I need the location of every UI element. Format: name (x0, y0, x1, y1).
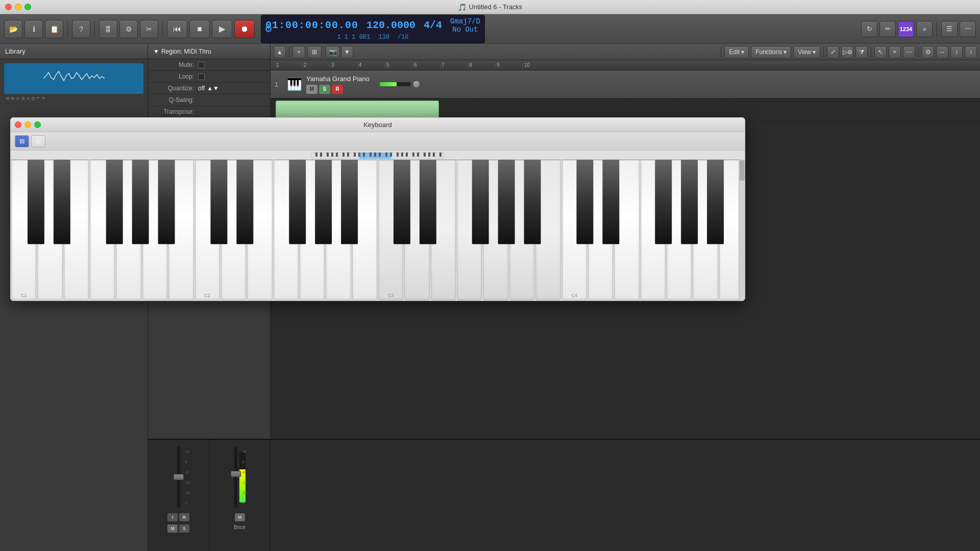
ruler-mark-3: 3 (330, 62, 357, 68)
svg-rect-47 (707, 160, 724, 244)
channel-mute-2[interactable]: M (235, 513, 245, 521)
settings-button[interactable]: ⚙ (119, 20, 138, 38)
inspector-mute-row: Mute: (148, 59, 270, 71)
more-button[interactable]: » (916, 21, 933, 37)
edit-menu-button[interactable]: Edit ▾ (724, 46, 749, 58)
transpose-label: Transpose: (153, 108, 194, 115)
functions-menu-button[interactable]: Functions ▾ (751, 46, 791, 58)
browser-button[interactable]: 📋 (45, 20, 63, 38)
mixer-channel-1: +6 0 -6 -12 -24 ∞ I R M S (148, 440, 209, 551)
view-menu-button[interactable]: View ▾ (793, 46, 820, 58)
pencil-button[interactable]: ✏ (879, 21, 896, 37)
tool-more[interactable]: ⋯ (903, 46, 915, 58)
title-bar: 🎵 Untitled 6 - Tracks (0, 0, 980, 14)
keyboard-minimize[interactable] (24, 121, 31, 128)
maximize-button[interactable] (24, 4, 31, 10)
zoom-out-v[interactable]: ↕ (965, 46, 977, 58)
add-tool[interactable]: + (889, 46, 901, 58)
cycle-button[interactable]: ↻ (861, 21, 877, 37)
inspector-loop-row: Loop: (148, 71, 270, 83)
record-button[interactable]: ⏺ (234, 20, 255, 38)
keyboard-close[interactable] (15, 121, 21, 128)
lcd-bpm-display: 120.0000 (366, 19, 415, 31)
channel-r-button[interactable]: R (179, 513, 189, 521)
pointer-tool[interactable]: ↖ (874, 46, 887, 58)
keyboard-maximize[interactable] (34, 121, 41, 128)
fader-handle-1[interactable] (174, 474, 184, 480)
volume-knob[interactable] (412, 80, 421, 88)
play-region-button[interactable]: ▷⊚ (841, 46, 853, 58)
help-button[interactable]: ? (72, 20, 90, 38)
mute-checkbox[interactable] (198, 62, 205, 68)
lcd-timesig-display: 4/4 (424, 19, 442, 31)
keyboard-view-btn-1[interactable]: ▤ (15, 135, 29, 147)
track-mute-button[interactable]: M (306, 85, 317, 94)
svg-rect-4 (327, 153, 329, 157)
keyboard-title: Keyboard (363, 121, 392, 129)
display-settings[interactable]: ⚙ (922, 46, 934, 58)
track-record-button[interactable]: R (332, 85, 343, 94)
svg-rect-11 (363, 153, 365, 157)
main-toolbar: 📂 ℹ 📋 ? 🎛 ⚙ ✂ ⏮ ■ ▶ ⏺ ⚙ 01:00:00:00.00 1… (0, 14, 980, 44)
channel-solo-1[interactable]: S (179, 524, 189, 533)
filter-button[interactable]: ⧩ (855, 46, 868, 58)
track-header: 1 🎹 Yamaha Grand Piano M S R (271, 70, 980, 98)
ruler-mark-5: 5 (385, 62, 412, 68)
lcd-time-display: 01:00:00:00.00 (265, 19, 358, 31)
quantize-dropdown[interactable]: off ▲▼ (198, 85, 219, 92)
c4-label: C4 (571, 293, 577, 298)
keyboard-scrollbar[interactable] (739, 160, 745, 300)
svg-rect-19 (406, 153, 408, 157)
smart-controls-button[interactable]: 1234 (898, 21, 914, 37)
zoom-out-h[interactable]: ↔ (936, 46, 948, 58)
rewind-button[interactable]: ⏮ (167, 20, 187, 38)
camera-button[interactable]: 📷 (326, 46, 340, 58)
svg-rect-32 (158, 160, 175, 244)
waveform-button[interactable]: 〰 (960, 21, 976, 37)
keyboard-scrollbar-thumb[interactable] (740, 160, 745, 181)
list-view-button[interactable]: ☰ (941, 21, 958, 37)
play-button[interactable]: ▶ (212, 20, 232, 38)
resize-button[interactable]: ⤢ (827, 46, 839, 58)
keyboard-view-btn-2[interactable]: ▦ (31, 135, 45, 147)
loop-label: Loop: (153, 73, 194, 80)
instrument-thumbnail[interactable] (4, 63, 143, 94)
zoom-in-v[interactable]: ↕ (950, 46, 963, 58)
loop-checkbox[interactable] (198, 73, 205, 80)
mixer-button[interactable]: 🎛 (99, 20, 117, 38)
ruler-mark-8: 8 (468, 62, 495, 68)
c3-label: C3 (388, 293, 394, 298)
open-file-button[interactable]: 📂 (4, 20, 22, 38)
info-button[interactable]: ℹ (24, 20, 43, 38)
ruler: 1 2 3 4 5 6 7 8 9 10 (271, 60, 980, 70)
svg-rect-9 (354, 153, 356, 157)
channel-label-2: Bnce (234, 524, 246, 530)
c2-label: C2 (204, 293, 210, 298)
insert-button[interactable]: I (167, 513, 178, 521)
dropdown-button[interactable]: ▼ (341, 46, 353, 58)
track-solo-button[interactable]: S (319, 85, 330, 94)
channel-buttons-1: I R (167, 513, 189, 521)
ruler-mark-6: 6 (412, 62, 440, 68)
nav-indicator (11, 151, 745, 159)
zoom-fit-button[interactable]: ⊞ (307, 46, 322, 58)
fader-handle-2[interactable] (231, 471, 241, 477)
functions-chevron: ▾ (783, 48, 787, 56)
sidebar-text-a: A (15, 97, 20, 101)
ruler-mark-9: 9 (495, 62, 523, 68)
fader-track-1: +6 0 -6 -12 -24 ∞ (177, 446, 180, 508)
stop-button[interactable]: ■ (189, 20, 210, 38)
svg-rect-15 (385, 153, 387, 157)
svg-rect-37 (341, 160, 358, 244)
traffic-lights[interactable] (5, 4, 31, 10)
sidebar-text-d: D (31, 97, 36, 102)
inspector-header: ▼ Region: MIDI Thru (148, 44, 270, 59)
minimize-button[interactable] (15, 4, 21, 10)
scroll-up-button[interactable]: ▲ (274, 46, 286, 58)
ruler-mark-10: 10 (523, 62, 550, 68)
channel-mute-1[interactable]: M (167, 524, 178, 533)
close-button[interactable] (5, 4, 12, 10)
keyboard-traffic-lights[interactable] (15, 121, 41, 128)
add-button[interactable]: + (292, 46, 305, 58)
scissors-button[interactable]: ✂ (140, 20, 158, 38)
